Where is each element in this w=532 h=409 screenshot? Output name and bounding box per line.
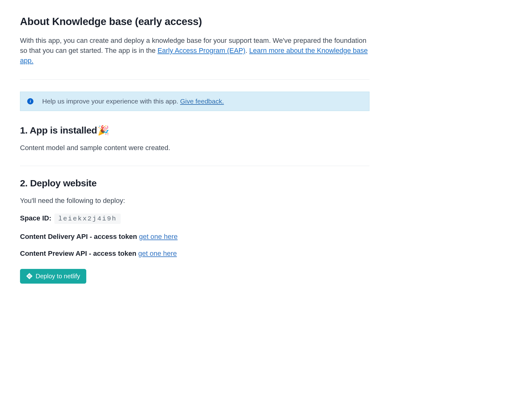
intro-paragraph: With this app, you can create and deploy…	[20, 36, 369, 66]
section-1-title: 1. App is installed🎉	[20, 125, 369, 136]
intro-text-period: .	[245, 47, 249, 54]
space-id-value: leiekx2j4i9h	[54, 214, 120, 224]
eap-link[interactable]: Early Access Program (EAP)	[158, 47, 245, 54]
netlify-icon	[26, 273, 33, 279]
cda-row: Content Delivery API - access token get …	[20, 233, 369, 241]
deploy-button-text: Deploy to netlify	[36, 273, 80, 280]
info-icon: i	[27, 98, 33, 104]
divider	[20, 79, 369, 80]
cpa-row: Content Preview API - access token get o…	[20, 250, 369, 258]
party-popper-emoji: 🎉	[98, 125, 109, 136]
feedback-banner: i Help us improve your experience with t…	[20, 92, 369, 111]
section-2-title: 2. Deploy website	[20, 178, 369, 189]
cpa-label: Content Preview API - access token	[20, 250, 136, 257]
banner-text: Help us improve your experience with thi…	[42, 98, 224, 105]
deploy-intro: You'll need the following to deploy:	[20, 197, 369, 205]
divider	[20, 166, 369, 166]
banner-text-prefix: Help us improve your experience with thi…	[42, 98, 180, 105]
give-feedback-link[interactable]: Give feedback.	[180, 98, 224, 105]
page-title: About Knowledge base (early access)	[20, 16, 369, 28]
deploy-word: Deploy	[36, 273, 55, 280]
deploy-to-text: to netlify	[55, 273, 80, 280]
section-1-body: Content model and sample content were cr…	[20, 144, 369, 152]
deploy-to-netlify-button[interactable]: Deploy to netlify	[20, 269, 86, 284]
cda-label: Content Delivery API - access token	[20, 233, 137, 240]
space-id-label: Space ID:	[20, 214, 51, 222]
section-1-title-text: 1. App is installed	[20, 125, 97, 135]
cpa-link[interactable]: get one here	[138, 250, 177, 257]
cda-link[interactable]: get one here	[139, 233, 178, 240]
space-id-row: Space ID: leiekx2j4i9h	[20, 214, 369, 224]
